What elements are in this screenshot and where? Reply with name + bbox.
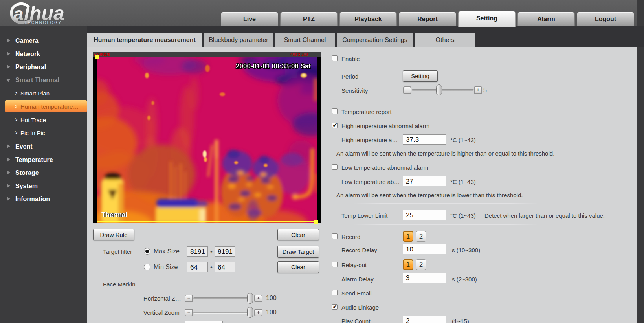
svg-text:TECHNOLOGY: TECHNOLOGY (24, 20, 62, 25)
svg-text:a: a (13, 4, 24, 24)
